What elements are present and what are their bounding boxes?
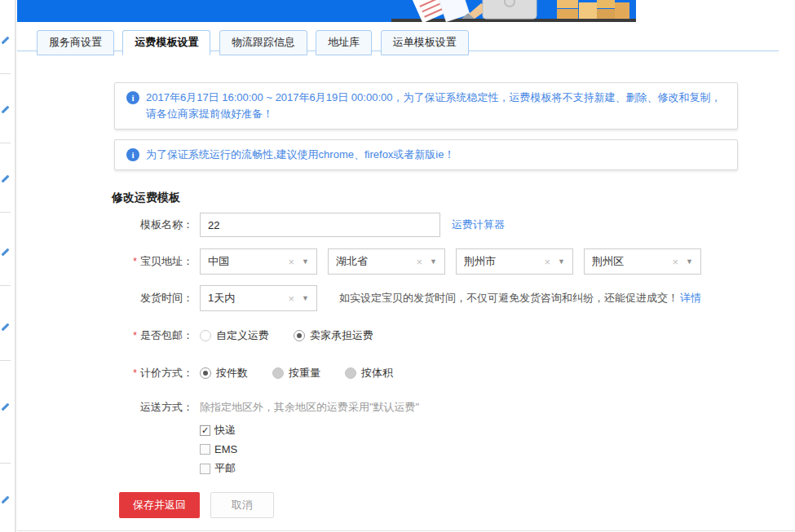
divider-dash bbox=[0, 285, 11, 286]
template-name-input[interactable] bbox=[200, 213, 440, 237]
save-and-return-button[interactable]: 保存并返回 bbox=[119, 492, 200, 518]
tab-waybill-template[interactable]: 运单模板设置 bbox=[381, 30, 469, 55]
checkmark-icon bbox=[2, 106, 10, 114]
shipping-method-row: 运送方式： 除指定地区外，其余地区的运费采用"默认运费" ✓ 快递 EMS 平邮 bbox=[17, 400, 795, 481]
radio-checked-icon[interactable] bbox=[294, 330, 305, 341]
info-icon: i bbox=[126, 148, 139, 161]
item-address-label: *宝贝地址： bbox=[17, 254, 193, 269]
free-shipping-label: *是否包邮： bbox=[17, 328, 193, 343]
tab-freight-template[interactable]: 运费模板设置 bbox=[122, 30, 210, 55]
banner-illustration bbox=[359, 0, 636, 22]
clear-icon[interactable]: × bbox=[288, 292, 294, 305]
radio-disabled-icon bbox=[272, 367, 284, 379]
checkmark-icon bbox=[2, 496, 10, 504]
shipping-method-note: 除指定地区外，其余地区的运费采用"默认运费" bbox=[200, 400, 419, 415]
system-maintenance-notice: i 2017年6月17日 16:00:00 ~ 2017年6月19日 00:00… bbox=[114, 82, 738, 130]
template-name-row: 模板名称： 运费计算器 bbox=[17, 213, 795, 237]
radio-custom-freight[interactable]: 自定义运费 bbox=[200, 328, 269, 343]
checkbox-checked-icon[interactable]: ✓ bbox=[200, 425, 210, 436]
radio-by-weight: 按重量 bbox=[272, 366, 320, 380]
checkmark-icon bbox=[2, 323, 10, 332]
background-page-strip bbox=[0, 0, 16, 532]
required-asterisk: * bbox=[133, 256, 137, 267]
notice-text: 为了保证系统运行的流畅性,建议使用chrome、firefox或者新版ie！ bbox=[146, 147, 454, 163]
radio-disabled-icon bbox=[345, 367, 356, 379]
item-address-row: *宝贝地址： 中国 × ▼ 湖北省 × ▼ 荆州市 × ▼ 荆州区 × ▼ bbox=[17, 248, 795, 275]
tab-service-provider[interactable]: 服务商设置 bbox=[37, 30, 114, 55]
freight-calculator-link[interactable]: 运费计算器 bbox=[452, 218, 505, 232]
browser-recommendation-notice: i 为了保证系统运行的流畅性,建议使用chrome、firefox或者新版ie！ bbox=[114, 139, 738, 170]
pricing-method-label: *计价方式： bbox=[17, 366, 193, 380]
country-select[interactable]: 中国 × ▼ bbox=[200, 248, 317, 275]
checkbox-ems[interactable]: EMS bbox=[200, 443, 419, 455]
delivery-time-note: 如实设定宝贝的发货时间，不仅可避免发货咨询和纠纷，还能促进成交！ bbox=[339, 291, 678, 306]
delivery-time-row: 发货时间： 1天内 × ▼ 如实设定宝贝的发货时间，不仅可避免发货咨询和纠纷，还… bbox=[17, 285, 795, 311]
city-select[interactable]: 荆州市 × ▼ bbox=[456, 248, 573, 275]
radio-icon[interactable] bbox=[200, 330, 211, 341]
tab-address-book[interactable]: 地址库 bbox=[316, 30, 372, 55]
divider-dash bbox=[0, 212, 11, 213]
template-name-label: 模板名称： bbox=[17, 218, 193, 232]
dropdown-arrow-icon[interactable]: ▼ bbox=[686, 257, 693, 266]
dropdown-arrow-icon[interactable]: ▼ bbox=[302, 257, 309, 266]
clear-icon[interactable]: × bbox=[416, 256, 422, 268]
dropdown-arrow-icon[interactable]: ▼ bbox=[430, 257, 437, 266]
checkbox-icon[interactable] bbox=[200, 444, 210, 455]
radio-by-volume: 按体积 bbox=[345, 366, 393, 380]
cancel-button[interactable]: 取消 bbox=[210, 492, 274, 518]
page-title: 修改运费模板 bbox=[112, 191, 795, 205]
tab-bar: 服务商设置 运费模板设置 物流跟踪信息 地址库 运单模板设置 bbox=[17, 29, 779, 51]
district-select[interactable]: 荆州区 × ▼ bbox=[584, 248, 701, 275]
checkmark-icon bbox=[2, 37, 10, 45]
delivery-time-label: 发货时间： bbox=[17, 291, 193, 306]
checkbox-icon[interactable] bbox=[200, 464, 210, 474]
free-shipping-row: *是否包邮： 自定义运费 卖家承担运费 bbox=[17, 328, 795, 343]
clear-icon[interactable]: × bbox=[672, 256, 678, 268]
required-asterisk: * bbox=[133, 330, 137, 341]
divider-dash bbox=[0, 463, 11, 464]
promo-banner bbox=[17, 0, 636, 22]
required-asterisk: * bbox=[133, 367, 137, 379]
pricing-method-row: *计价方式： 按件数 按重量 按体积 bbox=[17, 366, 795, 380]
clear-icon[interactable]: × bbox=[544, 256, 550, 268]
radio-seller-pays-freight[interactable]: 卖家承担运费 bbox=[294, 328, 373, 343]
details-link[interactable]: 详情 bbox=[680, 291, 701, 306]
radio-by-piece[interactable]: 按件数 bbox=[200, 366, 248, 380]
radio-checked-icon[interactable] bbox=[200, 367, 211, 379]
delivery-time-select[interactable]: 1天内 × ▼ bbox=[200, 285, 317, 311]
checkmark-icon bbox=[2, 403, 10, 411]
checkmark-icon bbox=[2, 175, 10, 183]
notice-text: 2017年6月17日 16:00:00 ~ 2017年6月19日 00:00:0… bbox=[146, 90, 726, 122]
form-actions: 保存并返回 取消 bbox=[119, 492, 795, 518]
dropdown-arrow-icon[interactable]: ▼ bbox=[302, 294, 309, 302]
checkbox-express[interactable]: ✓ 快递 bbox=[200, 423, 419, 437]
checkbox-surface-mail[interactable]: 平邮 bbox=[200, 461, 419, 476]
dropdown-arrow-icon[interactable]: ▼ bbox=[558, 257, 565, 266]
checkmark-icon bbox=[2, 248, 10, 257]
shipping-method-label: 运送方式： bbox=[17, 400, 193, 415]
divider-dash bbox=[0, 73, 11, 74]
info-icon: i bbox=[126, 91, 139, 104]
divider-dash bbox=[0, 143, 11, 143]
settings-panel: 服务商设置 运费模板设置 物流跟踪信息 地址库 运单模板设置 i 2017年6月… bbox=[17, 0, 795, 531]
tab-logistics-tracking[interactable]: 物流跟踪信息 bbox=[219, 30, 307, 55]
divider-dash bbox=[0, 360, 11, 361]
province-select[interactable]: 湖北省 × ▼ bbox=[328, 248, 445, 275]
clear-icon[interactable]: × bbox=[288, 256, 294, 268]
